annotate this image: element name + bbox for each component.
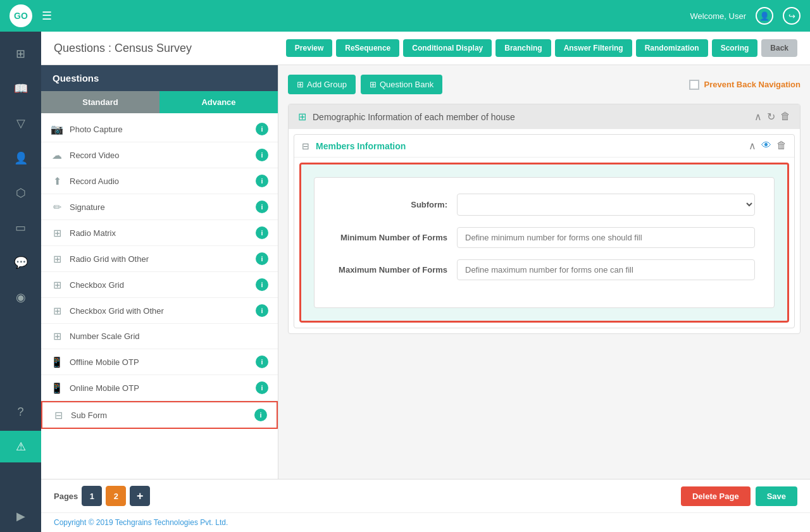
list-item-radio-matrix[interactable]: ⊞ Radio Matrix i: [41, 220, 278, 246]
conditional-display-button[interactable]: Conditional Display: [403, 39, 492, 57]
max-forms-label: Maximum Number of Forms: [333, 265, 447, 275]
subform-select[interactable]: [457, 194, 755, 216]
add-group-button[interactable]: ⊞ Add Group: [288, 75, 356, 94]
question-title: Members Information: [316, 141, 406, 151]
tab-standard[interactable]: Standard: [41, 91, 159, 113]
delete-page-button[interactable]: Delete Page: [681, 486, 751, 506]
header-buttons: Preview ReSequence Conditional Display B…: [286, 39, 797, 57]
min-forms-input[interactable]: [457, 227, 755, 248]
sidebar-item-dashboard[interactable]: ⊞: [0, 38, 41, 70]
prevent-back-navigation: Prevent Back Navigation: [689, 80, 801, 90]
randomization-button[interactable]: Randomization: [636, 39, 708, 57]
branching-button[interactable]: Branching: [495, 39, 551, 57]
sidebar-item-badge[interactable]: ◉: [0, 281, 41, 313]
page-title: Questions : Census Survey: [54, 42, 192, 55]
online-otp-label: Online Mobile OTP: [70, 383, 139, 393]
signature-info-icon[interactable]: i: [256, 201, 268, 213]
resequence-button[interactable]: ReSequence: [336, 39, 399, 57]
online-otp-info-icon[interactable]: i: [256, 381, 268, 394]
question-header: ⊟ Members Information ∧ 👁 🗑: [294, 135, 794, 158]
question-collapse-icon[interactable]: ∧: [749, 140, 756, 152]
offline-otp-icon: 📱: [51, 356, 63, 368]
offline-otp-info-icon[interactable]: i: [256, 356, 268, 368]
bottom-right-actions: Delete Page Save: [681, 486, 797, 506]
list-item-radio-grid-other[interactable]: ⊞ Radio Grid with Other i: [41, 246, 278, 272]
group-header-icon: ⊞: [298, 111, 306, 123]
sub-form-info-icon[interactable]: i: [254, 409, 267, 421]
page-2-button[interactable]: 2: [106, 486, 126, 506]
footer-company: Techgrains Technologies Pvt. Ltd.: [115, 518, 228, 527]
tab-advance[interactable]: Advance: [159, 91, 278, 113]
list-item-signature[interactable]: ✏ Signature i: [41, 194, 278, 220]
answer-filtering-button[interactable]: Answer Filtering: [555, 39, 632, 57]
question-item: ⊟ Members Information ∧ 👁 🗑: [294, 134, 795, 328]
photo-capture-label: Photo Capture: [70, 125, 123, 134]
sidebar-item-book[interactable]: 📖: [0, 73, 41, 104]
subform-card: Subform: Minimum Number of Forms: [299, 163, 789, 323]
record-audio-info-icon[interactable]: i: [256, 175, 268, 187]
questions-panel: Questions Standard Advance 📷 Photo Captu…: [41, 65, 278, 479]
sidebar-item-play[interactable]: ▶: [0, 500, 41, 532]
app-logo[interactable]: GO: [9, 4, 32, 27]
left-icon-bar: ⊞ 📖 ▽ 👤 ⬡ ▭ 💬 ◉ ? ⚠ ▶: [0, 32, 41, 532]
back-button[interactable]: Back: [761, 39, 797, 57]
list-item-offline-otp[interactable]: 📱 Offline Mobile OTP i: [41, 349, 278, 375]
checkbox-grid-other-icon: ⊞: [51, 305, 63, 317]
question-eye-icon[interactable]: 👁: [761, 140, 771, 152]
list-item-online-otp[interactable]: 📱 Online Mobile OTP i: [41, 375, 278, 401]
checkbox-grid-info-icon[interactable]: i: [256, 278, 268, 291]
radio-grid-other-info-icon[interactable]: i: [256, 252, 268, 265]
question-delete-icon[interactable]: 🗑: [776, 140, 787, 152]
list-item-sub-form[interactable]: ⊟ Sub Form i: [41, 401, 278, 429]
preview-button[interactable]: Preview: [286, 39, 332, 57]
page-1-button[interactable]: 1: [82, 486, 102, 506]
signature-label: Signature: [70, 202, 105, 212]
record-audio-icon: ⬆: [51, 175, 63, 187]
sidebar-item-filter[interactable]: ▽: [0, 108, 41, 139]
max-forms-input[interactable]: [457, 259, 755, 280]
sidebar-item-help[interactable]: ?: [0, 396, 41, 428]
photo-capture-info-icon[interactable]: i: [256, 123, 268, 135]
signature-icon: ✏: [51, 201, 63, 213]
sidebar-item-chat[interactable]: 💬: [0, 247, 41, 278]
delete-group-icon[interactable]: 🗑: [780, 111, 790, 123]
list-item-photo-capture[interactable]: 📷 Photo Capture i: [41, 116, 278, 142]
subform-inner: Subform: Minimum Number of Forms: [314, 177, 775, 308]
list-item-checkbox-grid[interactable]: ⊞ Checkbox Grid i: [41, 272, 278, 298]
refresh-icon[interactable]: ↻: [767, 111, 775, 123]
question-bank-icon: ⊞: [370, 80, 377, 89]
photo-capture-icon: 📷: [51, 123, 63, 135]
hamburger-menu[interactable]: ☰: [42, 9, 52, 23]
user-profile-icon[interactable]: 👤: [756, 7, 773, 25]
footer-text: Copyright © 2019 Techgrains Technologies…: [54, 518, 228, 527]
sidebar-item-apple[interactable]: [0, 466, 41, 497]
add-page-button[interactable]: +: [130, 486, 150, 506]
radio-grid-other-label: Radio Grid with Other: [70, 254, 149, 264]
sidebar-item-user[interactable]: 👤: [0, 142, 41, 174]
save-button[interactable]: Save: [756, 486, 797, 506]
list-item-number-scale-grid[interactable]: ⊞ Number Scale Grid: [41, 324, 278, 349]
collapse-icon[interactable]: ∧: [754, 111, 762, 123]
subform-row: Subform:: [333, 194, 755, 216]
page-header: Questions : Census Survey Preview ReSequ…: [41, 32, 810, 65]
pages-label: Pages: [54, 492, 78, 501]
record-video-info-icon[interactable]: i: [256, 149, 268, 161]
list-item-record-audio[interactable]: ⬆ Record Audio i: [41, 168, 278, 194]
number-scale-grid-icon: ⊞: [51, 330, 63, 342]
scoring-button[interactable]: Scoring: [712, 39, 758, 57]
list-item-record-video[interactable]: ☁ Record Video i: [41, 142, 278, 168]
question-bank-button[interactable]: ⊞ Question Bank: [361, 75, 442, 94]
sidebar-item-layers[interactable]: ⬡: [0, 177, 41, 209]
checkbox-grid-icon: ⊞: [51, 279, 63, 291]
welcome-text: Welcome, User: [690, 11, 746, 21]
bottom-bar: Pages 1 2 + Delete Page Save: [41, 479, 810, 512]
radio-matrix-info-icon[interactable]: i: [256, 226, 268, 239]
logout-icon[interactable]: ↪: [783, 7, 801, 25]
sidebar-item-tablet[interactable]: ▭: [0, 212, 41, 244]
sidebar-item-alert[interactable]: ⚠: [0, 431, 41, 462]
checkbox-grid-other-info-icon[interactable]: i: [256, 304, 268, 317]
list-item-checkbox-grid-other[interactable]: ⊞ Checkbox Grid with Other i: [41, 298, 278, 324]
group-header: ⊞ Demographic Information of each member…: [289, 104, 800, 129]
top-navigation: GO ☰ Welcome, User 👤 ↪: [0, 0, 810, 32]
prevent-back-checkbox[interactable]: [689, 80, 699, 90]
